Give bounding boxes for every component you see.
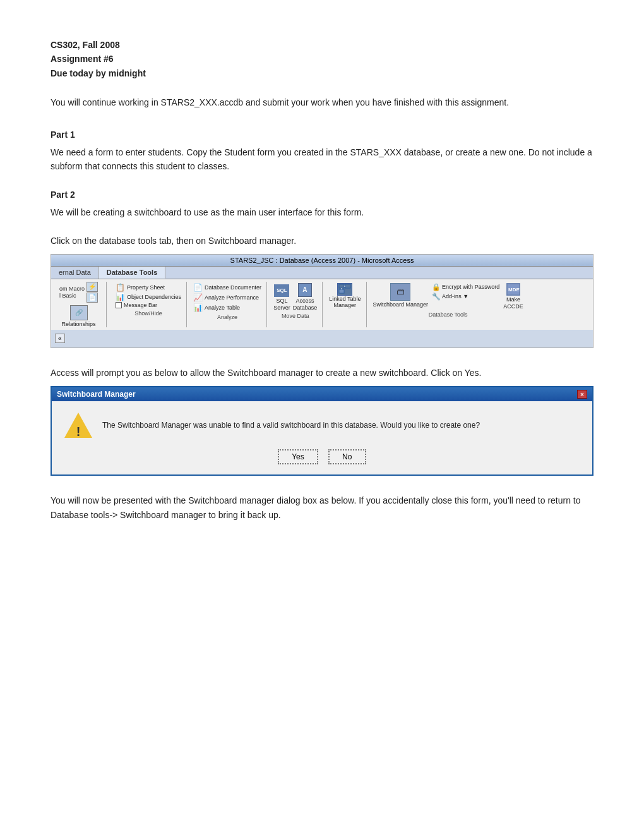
property-sheet-label: Property Sheet (127, 284, 165, 291)
linked-table-icon (337, 283, 352, 296)
close-icon: × (580, 391, 584, 398)
tab-database-tools[interactable]: Database Tools (99, 267, 166, 279)
part2-section: Part 2 We will be creating a switchboard… (51, 188, 593, 220)
addins-icon: 🔧 (432, 293, 441, 301)
dialog-close-button[interactable]: × (577, 390, 587, 399)
relationships-icon: 🔗 (70, 305, 88, 320)
encrypt-label: Encrypt with Password (442, 284, 499, 290)
object-deps-label: Object Dependencies (127, 294, 181, 300)
sql-label: SQL (276, 298, 287, 304)
analyze-table-label: Analyze Table (205, 305, 240, 311)
dialog-title-text: Switchboard Manager (57, 390, 136, 399)
header-line2: Assignment #6 (51, 52, 593, 66)
prompt-text: Access will prompt you as below to allow… (51, 366, 593, 380)
linked-table-label: Linked Table (329, 296, 361, 302)
message-bar-label: Message Bar (124, 302, 157, 308)
object-deps-icon: 📊 (116, 293, 125, 301)
svg-text:MDE: MDE (508, 287, 520, 293)
part1-section: Part 1 We need a form to enter students.… (51, 128, 593, 174)
switchboard-icon: 🗃 (390, 283, 410, 301)
make-accde-button[interactable]: MDE Make ACCDE (503, 283, 523, 310)
access-tab-bar: ernal Data Database Tools (51, 267, 593, 279)
access-screenshot: STARS2_JSC : Database (Access 2007) - Mi… (51, 254, 593, 348)
switchboard-dialog: Switchboard Manager × ! The Switchboard … (51, 386, 593, 476)
add-ins-button[interactable]: 🔧 Add-ins ▼ (432, 293, 499, 301)
make-accde-label: Make (506, 296, 520, 303)
sql-icon: SQL (274, 284, 289, 297)
analyze-table-icon: 📊 (193, 303, 203, 312)
addins-label: Add-ins ▼ (442, 293, 468, 299)
message-bar-checkbox[interactable] (116, 302, 122, 308)
macro-label: om Macro (59, 286, 85, 292)
access-title-text: STARS2_JSC : Database (Access 2007) - Mi… (230, 257, 414, 264)
part2-body: We will be creating a switchboard to use… (51, 205, 593, 219)
make-accde-icon: MDE (506, 283, 520, 296)
server-label: Server (273, 305, 290, 311)
show-hide-group: 📋 Property Sheet 📊 Object Dependencies M… (116, 283, 181, 308)
property-sheet-item[interactable]: 📋 Property Sheet (116, 283, 181, 292)
dialog-body: ! The Switchboard Manager was unable to … (52, 401, 592, 474)
db-documenter-label: Database Documenter (205, 284, 261, 291)
db-documenter-item[interactable]: 📄 Database Documenter (193, 283, 261, 292)
nav-collapse-button[interactable]: « (55, 334, 65, 343)
move-data-label: Move Data (282, 313, 309, 319)
relationships-label: Relationships (61, 321, 95, 327)
part1-title: Part 1 (51, 128, 593, 142)
part1-body: We need a form to enter students. Copy t… (51, 145, 593, 174)
analyze-perf-item[interactable]: 📈 Analyze Performance (193, 293, 261, 302)
intro-text: You will continue working in STARS2_XXX.… (51, 95, 593, 109)
yes-button[interactable]: Yes (278, 449, 318, 464)
basic-label: l Basic (59, 293, 85, 299)
macro-icon: ⚡ (86, 282, 98, 292)
switchboard-label: Switchboard Manager (373, 301, 429, 308)
sql-button[interactable]: SQL SQL Server (273, 284, 290, 311)
message-bar-item[interactable]: Message Bar (116, 302, 181, 308)
dialog-buttons: Yes No (64, 449, 580, 464)
access-button[interactable]: A Access Database (293, 283, 318, 311)
database-label: Database (293, 305, 318, 311)
header-line3: Due today by midnight (51, 66, 593, 80)
svg-rect-2 (339, 289, 344, 293)
access-icon: A (298, 283, 312, 297)
dialog-title-bar: Switchboard Manager × (52, 387, 592, 401)
tab-database-tools-label: Database Tools (107, 269, 158, 276)
header-line1: CS302, Fall 2008 (51, 38, 593, 52)
access-body: « (51, 330, 593, 348)
property-sheet-icon: 📋 (116, 283, 125, 292)
manager-label: Manager (334, 302, 357, 308)
dialog-message-row: ! The Switchboard Manager was unable to … (64, 411, 580, 439)
show-hide-label: Show/Hide (116, 310, 181, 317)
object-dependencies-item[interactable]: 📊 Object Dependencies (116, 293, 181, 301)
database-tools-label: Database Tools (373, 311, 523, 318)
analyze-label: Analyze (193, 314, 261, 320)
accde-label: ACCDE (503, 303, 523, 310)
access-title-bar: STARS2_JSC : Database (Access 2007) - Mi… (51, 255, 593, 267)
encrypt-icon: 🔒 (432, 283, 441, 291)
nav-button-label: « (58, 335, 62, 342)
ribbon-content: om Macro l Basic ⚡ 📄 🔗 Relationships 📋 P… (51, 279, 593, 330)
part2-title: Part 2 (51, 188, 593, 202)
dialog-message-text: The Switchboard Manager was unable to fi… (102, 420, 480, 431)
switchboard-manager-button[interactable]: 🗃 Switchboard Manager (373, 283, 429, 308)
analyze-perf-label: Analyze Performance (205, 294, 259, 301)
tab-external-data[interactable]: ernal Data (51, 267, 99, 279)
access-db-label: Access (295, 298, 314, 304)
no-button[interactable]: No (328, 449, 366, 464)
svg-rect-0 (339, 284, 344, 288)
header-block: CS302, Fall 2008 Assignment #6 Due today… (51, 38, 593, 80)
warning-icon: ! (64, 411, 92, 439)
analyze-table-item[interactable]: 📊 Analyze Table (193, 303, 261, 312)
linked-table-button[interactable]: Linked Table Manager (329, 283, 361, 308)
db-documenter-icon: 📄 (193, 283, 203, 292)
basic-icon: 📄 (86, 293, 98, 303)
encrypt-password-button[interactable]: 🔒 Encrypt with Password (432, 283, 499, 291)
instruction-text: Click on the database tools tab, then on… (51, 234, 593, 248)
svg-rect-1 (345, 284, 350, 288)
tab-external-data-label: ernal Data (59, 269, 91, 276)
analyze-perf-icon: 📈 (193, 293, 203, 302)
bottom-text: You will now be presented with the Switc… (51, 493, 593, 522)
relationships-button[interactable]: 🔗 Relationships (61, 305, 95, 327)
